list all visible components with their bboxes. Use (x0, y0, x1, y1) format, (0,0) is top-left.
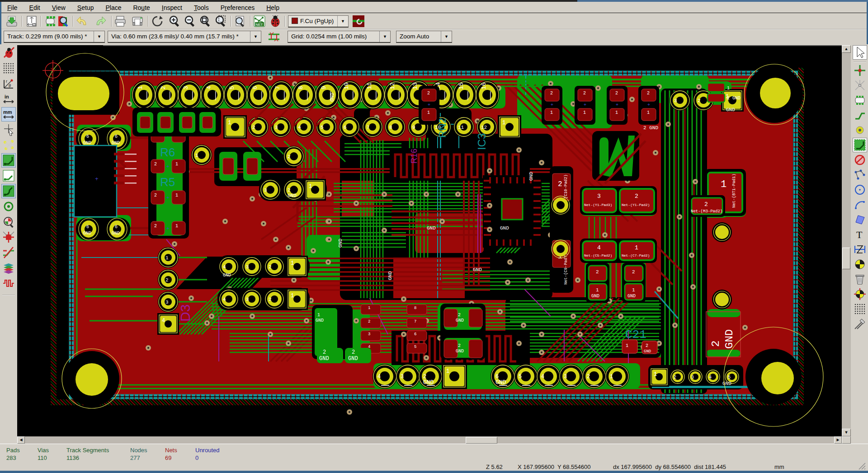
svg-text:NET: NET (256, 23, 263, 27)
svg-text:2: 2 (704, 201, 708, 208)
svg-text:1: 1 (291, 293, 294, 299)
svg-text:2: 2 (288, 187, 291, 193)
svg-text:Net-(BT1-Pad1): Net-(BT1-Pad1) (732, 173, 736, 208)
svg-text:6: 6 (252, 86, 259, 89)
svg-text:4: 4 (541, 374, 544, 380)
svg-text:1: 1 (635, 244, 638, 251)
svg-text:9: 9 (321, 86, 327, 89)
svg-text:2: 2 (632, 269, 635, 275)
svg-text:+: + (166, 164, 169, 169)
svg-text:Net-(M3-Pad2): Net-(M3-Pad2) (691, 209, 722, 214)
svg-text:11: 11 (366, 82, 373, 89)
svg-text:GND: GND (591, 294, 599, 299)
svg-text:GND: GND (500, 225, 509, 231)
svg-text:1: 1 (175, 162, 178, 167)
svg-text:GND: GND (627, 294, 636, 299)
svg-text:1: 1 (175, 193, 178, 198)
svg-text:GND: GND (723, 329, 736, 349)
svg-text:7: 7 (414, 319, 416, 324)
svg-text:1: 1 (626, 343, 628, 348)
svg-text:1: 1 (317, 313, 320, 318)
svg-text:3: 3 (691, 375, 694, 380)
svg-text:GND: GND (456, 349, 464, 354)
svg-text:in: in (5, 94, 9, 99)
svg-text:1: 1 (647, 110, 650, 115)
svg-text:1: 1 (446, 368, 449, 375)
svg-text:2: 2 (368, 319, 370, 324)
svg-text:4: 4 (298, 125, 301, 130)
svg-text:GND: GND (112, 140, 120, 145)
svg-text:9: 9 (412, 125, 415, 130)
svg-text:2: 2 (154, 193, 157, 198)
svg-text:2: 2 (427, 91, 430, 96)
svg-text:1: 1 (165, 255, 169, 261)
svg-text:GND: GND (456, 318, 464, 323)
svg-text:3: 3 (264, 187, 267, 193)
svg-text:2: 2 (583, 91, 586, 96)
svg-text:GND: GND (423, 379, 434, 386)
svg-text:2: 2 (635, 193, 638, 200)
svg-text:3: 3 (674, 98, 677, 103)
svg-text:Net-(Y1-Pad2): Net-(Y1-Pad2) (622, 203, 650, 207)
svg-text:4: 4 (162, 318, 165, 324)
svg-text:2: 2 (458, 343, 461, 348)
svg-text:12: 12 (389, 82, 396, 89)
svg-text:2: 2 (698, 98, 701, 103)
svg-text:1: 1 (632, 287, 635, 293)
svg-text:5: 5 (519, 374, 522, 380)
svg-text:GND: GND (223, 273, 231, 278)
svg-text:4: 4 (223, 297, 226, 302)
svg-text:3: 3 (275, 125, 278, 130)
svg-text:5: 5 (321, 125, 324, 130)
svg-text:R5: R5 (160, 175, 175, 189)
svg-text:6: 6 (115, 225, 118, 229)
svg-text:+: + (428, 102, 430, 107)
svg-text:Net-(C5-Pad2): Net-(C5-Pad2) (584, 253, 612, 258)
svg-text:GND: GND (83, 231, 91, 236)
svg-text:R6: R6 (160, 145, 175, 159)
svg-text:16: 16 (481, 82, 487, 89)
svg-text:GND: GND (473, 267, 482, 272)
svg-text:7: 7 (367, 125, 370, 130)
svg-text:GND: GND (495, 379, 506, 386)
svg-text:2: 2 (458, 313, 461, 318)
svg-text:1: 1 (727, 86, 730, 91)
svg-text:1: 1 (583, 110, 586, 115)
svg-text:T: T (856, 229, 863, 240)
svg-text:1: 1 (309, 183, 312, 190)
svg-text:12: 12 (481, 125, 487, 130)
svg-text:2: 2 (165, 277, 169, 283)
svg-text:GND: GND (528, 172, 534, 181)
svg-text:3: 3 (183, 86, 189, 89)
svg-text:8: 8 (414, 306, 416, 310)
svg-text:5: 5 (414, 345, 416, 349)
svg-text:+: + (166, 225, 169, 231)
svg-text:4: 4 (223, 264, 226, 270)
svg-text:10: 10 (343, 82, 350, 89)
svg-text:GND: GND (330, 93, 335, 102)
svg-text:1: 1 (502, 120, 505, 126)
svg-text:8: 8 (297, 86, 304, 89)
svg-text:GND: GND (316, 318, 324, 323)
svg-text:13: 13 (412, 82, 419, 89)
svg-text:2: 2 (160, 86, 167, 89)
svg-text:+: + (647, 102, 650, 107)
svg-text:2: 2 (587, 374, 590, 380)
svg-text:1: 1 (291, 260, 294, 267)
svg-text:1: 1 (427, 110, 430, 115)
svg-text:2: 2 (646, 343, 648, 348)
svg-text:GND: GND (348, 356, 358, 362)
svg-text:1: 1 (654, 371, 657, 378)
svg-text:1: 1 (721, 179, 726, 190)
svg-text:r: r (6, 79, 7, 84)
svg-text:2: 2 (352, 349, 355, 356)
svg-text:1: 1 (596, 287, 599, 293)
svg-text:3: 3 (165, 300, 169, 305)
svg-text:2: 2 (615, 91, 618, 96)
svg-text:Net-(C9-Pad?): Net-(C9-Pad?) (564, 253, 568, 285)
svg-text:3: 3 (246, 297, 249, 302)
svg-text:GND: GND (427, 225, 436, 231)
svg-text:(C10-Pad2): (C10-Pad2) (564, 174, 568, 199)
svg-text:GND: GND (726, 107, 735, 112)
svg-text:3: 3 (401, 374, 404, 380)
